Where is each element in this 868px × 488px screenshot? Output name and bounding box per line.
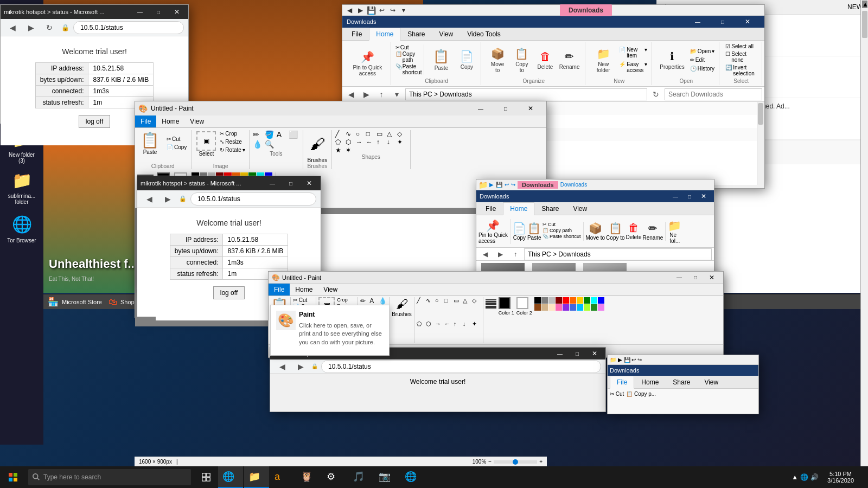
scroll-up-arrow[interactable]: ▲	[862, 1, 867, 8]
taskbar-tripadvisor[interactable]: 🦉	[296, 466, 321, 488]
invert-selection-btn[interactable]: 🔄 Invert selection	[724, 64, 758, 77]
shape-hex[interactable]: ⬡	[346, 138, 355, 146]
brushes-btn[interactable]: 🖌 Brushes	[307, 130, 328, 163]
nav-back[interactable]: ◀	[344, 88, 358, 100]
maximize-btn[interactable]: □	[493, 100, 518, 117]
taskbar-explorer[interactable]: 📁	[244, 466, 269, 488]
nav-up[interactable]: ↑	[375, 88, 388, 100]
nav-recent[interactable]: ▾	[390, 88, 403, 100]
close-btn2[interactable]: ✕	[697, 188, 711, 204]
browser-refresh[interactable]: ↻	[42, 20, 57, 35]
browser2-forward[interactable]: ▶	[160, 191, 175, 207]
delete-btn[interactable]: 🗑 Delete	[534, 49, 556, 71]
open-btn[interactable]: 📂 Open ▾	[689, 47, 716, 55]
shape-oval[interactable]: ○	[356, 130, 366, 138]
shape-penta[interactable]: ⬠	[335, 138, 345, 146]
zoom-out-btn[interactable]: −	[488, 459, 492, 465]
search-input[interactable]	[665, 88, 762, 100]
redo-btn[interactable]: ↪	[388, 5, 398, 15]
maximize-btn2[interactable]: □	[682, 188, 697, 204]
zoom-in-btn[interactable]: +	[539, 459, 542, 465]
new-folder-btn[interactable]: 📁 New folder	[590, 46, 617, 74]
browser2-back[interactable]: ◀	[142, 191, 157, 207]
shape-line[interactable]: ╱	[335, 130, 345, 138]
dropdown-btn[interactable]: ▾	[399, 5, 409, 15]
start-button[interactable]	[0, 466, 26, 488]
path2-display[interactable]: This PC > Downloads	[524, 248, 712, 260]
picker-tool[interactable]: 💧	[253, 140, 264, 149]
sidebar-icon-tor-browser[interactable]: 🌐 Tor Browser	[2, 208, 42, 248]
paint2-brushes[interactable]: 🖌 Brushes	[392, 297, 414, 343]
select-all-btn[interactable]: ☑ Select all	[724, 43, 755, 50]
paste-btn2[interactable]: 📋 Paste	[527, 222, 541, 241]
refresh-btn[interactable]: ↻	[649, 88, 662, 100]
undo-btn[interactable]: ↩	[377, 5, 387, 15]
shape-arrow-l[interactable]: ←	[366, 138, 376, 146]
paint-paste-btn[interactable]: 📋 Paste	[137, 130, 163, 156]
pin-quick-access-btn[interactable]: 📌 Pin to Quick access	[348, 49, 387, 78]
shape-tri[interactable]: △	[387, 130, 397, 138]
tab3-share[interactable]: Share	[666, 376, 697, 389]
taskbar-search[interactable]: Type here to search	[28, 469, 191, 485]
tab2-home[interactable]: Home	[503, 202, 534, 215]
taskbar-app5[interactable]: ⚙	[322, 466, 347, 488]
forward-btn[interactable]: ▶	[355, 5, 365, 15]
copy-btn2[interactable]: 📄 Copy	[513, 222, 526, 241]
close-btn[interactable]: ✕	[169, 4, 185, 20]
taskview-icon[interactable]	[195, 466, 217, 488]
tab-file[interactable]: File	[344, 28, 369, 41]
nav-forward[interactable]: ▶	[360, 88, 373, 100]
minimize-btn-p2[interactable]: —	[671, 271, 687, 286]
shape-star6[interactable]: ✶	[346, 146, 355, 154]
clock[interactable]: 5:10 PM 3/16/2020	[823, 471, 858, 484]
main-scrollbar[interactable]: ▲	[860, 0, 868, 466]
taskbar-amazon[interactable]: a	[270, 466, 295, 488]
show-desktop-btn[interactable]	[860, 466, 864, 488]
magnify-tool[interactable]: 🔍	[265, 140, 276, 149]
select-none-btn[interactable]: ☐ Select none	[724, 50, 758, 63]
taskbar-app7[interactable]: 📷	[374, 466, 399, 488]
path-display[interactable]: This PC > Downloads	[405, 88, 647, 100]
tab-share[interactable]: Share	[400, 28, 432, 41]
copy-to-btn[interactable]: 📋 Copy to	[510, 46, 533, 74]
scroll-thumb[interactable]	[758, 103, 763, 125]
paint2-view-tab[interactable]: View	[318, 284, 343, 296]
paint-view-tab[interactable]: View	[184, 115, 209, 127]
paste-btn[interactable]: 📋 Paste	[427, 48, 455, 72]
tab3-home[interactable]: Home	[634, 376, 666, 389]
text-tool[interactable]: A	[277, 130, 288, 139]
browser-forward[interactable]: ▶	[23, 20, 39, 35]
taskbar-app8[interactable]: 🌐	[400, 466, 425, 488]
paint-copy-btn[interactable]: 📄Copy	[165, 144, 188, 151]
pin-btn2[interactable]: 📌 Pin to Quickaccess	[478, 219, 510, 244]
paint-resize-btn[interactable]: ⤡Resize	[219, 138, 245, 145]
tab-home[interactable]: Home	[369, 28, 400, 41]
close-btn-b3[interactable]: ✕	[587, 347, 602, 362]
maximize-btn[interactable]: □	[150, 4, 167, 20]
copy-btn[interactable]: 📄 Copy	[456, 49, 477, 71]
browser3-forward[interactable]: ▶	[293, 359, 308, 374]
rename-btn[interactable]: ✏ Rename	[557, 49, 582, 71]
shape-diamond[interactable]: ◇	[397, 130, 407, 138]
tray-icons[interactable]: ▲ 🌐 🔊	[789, 473, 821, 481]
paint-crop-btn[interactable]: ✂Crop	[219, 130, 245, 137]
play-button[interactable]: Downloads	[560, 4, 612, 16]
fill-tool[interactable]: 🪣	[265, 130, 276, 139]
browser3-back[interactable]: ◀	[275, 359, 290, 374]
browser-back[interactable]: ◀	[5, 20, 20, 35]
shape-star5[interactable]: ★	[335, 146, 345, 154]
easy-access-btn[interactable]: ⚡ Easy access ▾	[618, 60, 648, 74]
tab-view[interactable]: View	[432, 28, 460, 41]
logoff-button[interactable]: log off	[79, 115, 110, 128]
paint2-file-tab[interactable]: File	[269, 284, 290, 296]
paint2-picker[interactable]: 💧	[379, 297, 387, 305]
paint-home-tab[interactable]: Home	[156, 115, 184, 127]
logoff-btn2[interactable]: log off	[213, 286, 245, 299]
properties-btn[interactable]: ℹ Properties	[656, 49, 688, 71]
tab2-share[interactable]: Share	[534, 202, 566, 215]
taskbar-edge[interactable]: 🌐	[218, 466, 243, 488]
maximize-btn-b3[interactable]: □	[570, 347, 585, 362]
move-btn2[interactable]: 📦 Move to	[586, 222, 605, 241]
close-btn[interactable]: ✕	[735, 14, 760, 30]
nav2-up[interactable]: ↑	[509, 248, 522, 260]
